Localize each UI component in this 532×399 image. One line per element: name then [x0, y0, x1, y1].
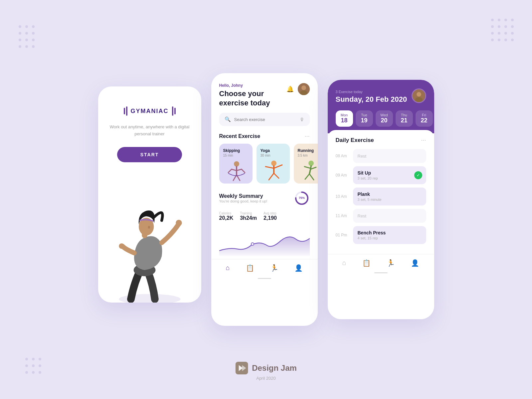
- fitness-illustration: [98, 186, 201, 303]
- nav-schedule-icon[interactable]: 📋: [362, 259, 371, 267]
- schedule-header: 3 Exercise today Sunday, 20 Feb 2020 Mon…: [328, 80, 434, 133]
- nav-activity-icon[interactable]: 🏃: [270, 264, 278, 272]
- user-avatar[interactable]: [298, 83, 310, 95]
- svg-point-40: [119, 243, 124, 249]
- svg-point-32: [32, 364, 35, 367]
- schedule-avatar: [412, 88, 426, 103]
- logo-bars-left: [124, 106, 127, 116]
- search-bar[interactable]: 🔍 🎙: [219, 113, 310, 126]
- time-label: 08 Am: [336, 154, 349, 158]
- time-label: 01 Pm: [336, 233, 349, 237]
- svg-point-2: [32, 25, 35, 28]
- nav-clipboard-icon[interactable]: 📋: [246, 264, 254, 272]
- exercise-block-plank[interactable]: Plank 3 set, 5 minute: [353, 188, 426, 205]
- progress-circle: 75%: [294, 190, 310, 206]
- timeslot-10am: 10 Am Plank 3 set, 5 minute: [336, 188, 426, 205]
- app-name: GYMANIAC: [131, 108, 169, 115]
- day-tue[interactable]: Tue 19: [356, 110, 373, 127]
- svg-point-28: [25, 358, 28, 360]
- logo-bar: [172, 106, 173, 116]
- svg-point-21: [498, 32, 500, 35]
- exercise-card-running[interactable]: Running 3.5 km: [294, 144, 318, 184]
- rest-text: Rest: [358, 154, 367, 159]
- svg-point-7: [25, 39, 28, 41]
- svg-point-4: [25, 32, 28, 35]
- svg-point-11: [32, 45, 35, 48]
- weekly-title: Weekly Summary: [219, 193, 267, 199]
- recent-exercise-title: Recent Exercise: [219, 133, 261, 139]
- rest-text: Rest: [358, 213, 367, 218]
- logo-bars-right: [172, 106, 176, 116]
- user-avatar-large[interactable]: [412, 88, 426, 103]
- day-thu[interactable]: Thu 21: [396, 110, 413, 127]
- exercise-duration: 15 min: [223, 154, 249, 157]
- svg-point-9: [19, 45, 21, 48]
- logo-area: GYMANIAC: [124, 106, 176, 116]
- exercise-detail: 3 set, 20 rep: [358, 176, 422, 180]
- rest-block: Rest: [353, 209, 426, 223]
- time-label: 09 Am: [336, 173, 349, 178]
- exercise-name: Skipping: [223, 148, 249, 153]
- daily-more-icon[interactable]: ···: [421, 137, 426, 144]
- svg-point-45: [301, 85, 306, 90]
- home-indicator: [258, 278, 271, 279]
- branding: Design Jam April 2020: [235, 362, 297, 381]
- branding-subtitle: April 2020: [235, 376, 297, 381]
- notification-icon[interactable]: 🔔: [286, 85, 294, 93]
- more-options-icon[interactable]: ···: [304, 133, 309, 140]
- main-screen: Hello, Johny Choose yourexercise today 🔔: [211, 73, 318, 326]
- svg-point-49: [308, 161, 314, 166]
- logo-bar: [124, 108, 125, 114]
- svg-point-29: [32, 358, 35, 360]
- exercise-card-skipping[interactable]: Skipping 15 min: [219, 144, 253, 184]
- svg-point-35: [32, 371, 35, 374]
- timeslot-01pm: 01 Pm Bench Press 4 set, 15 rep: [336, 226, 426, 244]
- svg-point-19: [511, 25, 514, 28]
- recent-exercise-header: Recent Exercise ···: [211, 133, 318, 144]
- avgstep-stat: Avg step 2,190: [264, 211, 277, 221]
- nav-home-icon[interactable]: ⌂: [226, 264, 230, 272]
- exercise-figure: [261, 160, 287, 183]
- nav-profile-icon[interactable]: 👤: [294, 264, 303, 272]
- nav-home-icon[interactable]: ⌂: [342, 259, 346, 267]
- exercise-name: Bench Press: [358, 230, 422, 235]
- schedule-bottom-nav: ⌂ 📋 🏃 👤: [328, 254, 434, 270]
- day-mon[interactable]: Mon 18: [336, 110, 353, 127]
- svg-point-55: [417, 92, 421, 97]
- exercise-detail: 3 set, 5 minute: [358, 198, 422, 201]
- exercise-card-yoga[interactable]: Yoga 30 min: [257, 144, 290, 184]
- microphone-icon[interactable]: 🎙: [299, 117, 304, 122]
- exercise-detail: 4 set, 15 rep: [358, 236, 422, 240]
- svg-point-8: [32, 39, 35, 41]
- completed-icon: ✓: [414, 171, 422, 179]
- exercise-name: Sit Up: [358, 170, 422, 176]
- daily-exercise-card: Daily Exercise ··· 08 Am Rest 09 Am Sit …: [328, 130, 434, 254]
- exercise-figure: [298, 160, 318, 183]
- svg-point-30: [39, 358, 41, 360]
- svg-point-22: [504, 32, 507, 35]
- day-wed[interactable]: Wed 20: [376, 110, 393, 127]
- branding-name: Design Jam: [252, 363, 297, 373]
- nav-activity-icon[interactable]: 🏃: [387, 259, 395, 267]
- svg-point-43: [148, 226, 150, 228]
- timeslot-09am: 09 Am Sit Up 3 set, 20 rep ✓: [336, 166, 426, 184]
- exercise-figure: [223, 160, 250, 183]
- schedule-screen: 3 Exercise today Sunday, 20 Feb 2020 Mon…: [328, 80, 434, 319]
- svg-point-24: [491, 39, 494, 41]
- day-fri[interactable]: Fri 22: [416, 110, 433, 127]
- svg-point-17: [498, 25, 500, 28]
- svg-point-5: [32, 32, 35, 35]
- designjam-logo-icon: [235, 362, 248, 374]
- search-input[interactable]: [234, 117, 296, 122]
- svg-point-1: [25, 25, 28, 28]
- nav-profile-icon[interactable]: 👤: [411, 259, 419, 267]
- tagline: Work out anytime, anywhere with a digita…: [108, 124, 191, 138]
- day-selector: Mon 18 Tue 19 Wed 20 Thu 21 Fri 22: [336, 110, 426, 127]
- svg-point-10: [25, 45, 28, 48]
- svg-point-39: [176, 220, 182, 226]
- svg-point-18: [504, 25, 507, 28]
- exercise-block-situp[interactable]: Sit Up 3 set, 20 rep ✓: [353, 166, 426, 184]
- bottom-nav: ⌂ 📋 🏃 👤: [211, 259, 318, 275]
- exercise-block-benchpress[interactable]: Bench Press 4 set, 15 rep: [353, 226, 426, 244]
- start-button[interactable]: START: [117, 147, 182, 162]
